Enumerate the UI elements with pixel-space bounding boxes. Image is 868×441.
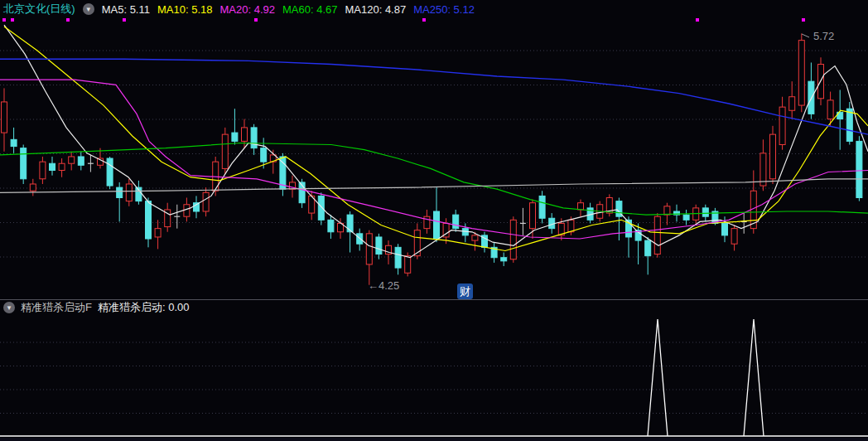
bottom-strip	[0, 438, 868, 441]
ma120-label: MA120: 4.87	[345, 3, 406, 16]
chart-canvas[interactable]: 5.72←4.25	[0, 0, 868, 441]
ma10-label: MA10: 5.18	[157, 3, 213, 16]
chevron-down-icon[interactable]: ▾	[83, 3, 94, 15]
indicator-spike	[648, 319, 668, 436]
low-price-annotation: ←4.25	[368, 279, 399, 292]
ma5-label: MA5: 5.11	[102, 3, 150, 16]
indicator-title: 精准猎杀启动F	[21, 300, 92, 315]
ma60-label: MA60: 4.67	[282, 3, 338, 16]
high-price-annotation: 5.72	[813, 30, 834, 42]
symbol-title: 北京文化(日线)	[3, 2, 75, 17]
indicator-panel-header: ▾ 精准猎杀启动F 精准猎杀启动: 0.00	[3, 301, 189, 314]
stock-chart-window: 5.72←4.25 北京文化(日线) ▾ MA5: 5.11 MA10: 5.1…	[0, 0, 868, 441]
chevron-down-icon[interactable]: ▾	[3, 302, 15, 313]
main-chart-header: 北京文化(日线) ▾ MA5: 5.11 MA10: 5.18 MA20: 4.…	[3, 0, 475, 18]
ma20-label: MA20: 4.92	[219, 3, 275, 16]
ma-line-ma250	[0, 59, 868, 134]
watermark-logo: 财	[457, 284, 473, 299]
indicator-value: 精准猎杀启动: 0.00	[98, 300, 190, 315]
ma250-label: MA250: 5.12	[413, 3, 475, 16]
indicator-spike	[744, 319, 764, 436]
